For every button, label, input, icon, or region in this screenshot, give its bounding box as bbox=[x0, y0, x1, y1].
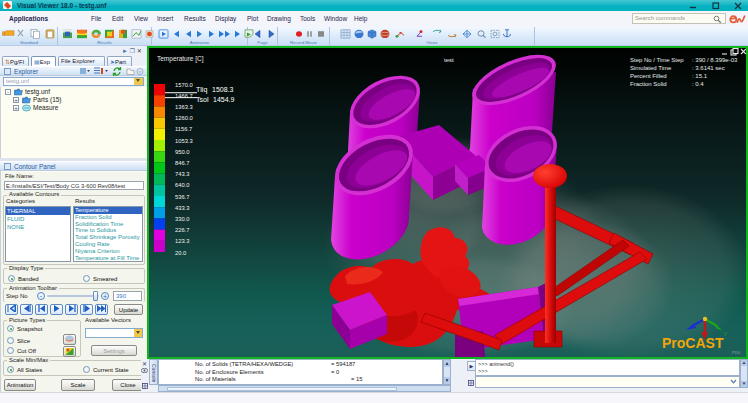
svg-text:: 15.1: : 15.1 bbox=[692, 73, 708, 79]
svg-text:P150: P150 bbox=[732, 351, 740, 355]
svg-text:1454.9: 1454.9 bbox=[213, 96, 235, 103]
svg-text:1260.0: 1260.0 bbox=[175, 115, 193, 121]
svg-text:: 0.4: : 0.4 bbox=[692, 81, 704, 87]
svg-text:Percent Filled: Percent Filled bbox=[630, 73, 667, 79]
svg-text:1570.0: 1570.0 bbox=[175, 82, 193, 88]
svg-text:536.7: 536.7 bbox=[175, 194, 190, 200]
svg-text:226.7: 226.7 bbox=[175, 227, 190, 233]
svg-text:1508.3: 1508.3 bbox=[212, 86, 234, 93]
svg-text:640.0: 640.0 bbox=[175, 182, 190, 188]
svg-text:ProCAST: ProCAST bbox=[662, 335, 724, 351]
svg-text:Fraction Solid: Fraction Solid bbox=[630, 81, 667, 87]
svg-text:y: y bbox=[724, 330, 727, 336]
svg-text:846.7: 846.7 bbox=[175, 160, 190, 166]
svg-text:433.3: 433.3 bbox=[175, 205, 190, 211]
svg-text:Tsol: Tsol bbox=[196, 96, 209, 103]
svg-text:Simulated Time: Simulated Time bbox=[630, 65, 672, 71]
svg-text:Step No / Time Step: Step No / Time Step bbox=[630, 57, 684, 63]
svg-text:20.0: 20.0 bbox=[175, 250, 186, 256]
svg-text:1466.7: 1466.7 bbox=[175, 93, 193, 99]
svg-text:1156.7: 1156.7 bbox=[175, 126, 192, 132]
svg-text:123.3: 123.3 bbox=[175, 238, 190, 244]
svg-text:test: test bbox=[444, 57, 454, 63]
svg-text:1363.3: 1363.3 bbox=[175, 104, 193, 110]
svg-text:743.3: 743.3 bbox=[175, 171, 190, 177]
svg-text:: 3.6141 sec: : 3.6141 sec bbox=[692, 65, 725, 71]
svg-text:Temperature [C]: Temperature [C] bbox=[157, 55, 204, 63]
svg-text:950.0: 950.0 bbox=[175, 149, 190, 155]
svg-text:Tliq: Tliq bbox=[196, 86, 207, 94]
svg-text:1053.3: 1053.3 bbox=[175, 138, 193, 144]
svg-text:330.0: 330.0 bbox=[175, 216, 190, 222]
svg-text:: 390 / 8.399e-03: : 390 / 8.399e-03 bbox=[692, 57, 738, 63]
